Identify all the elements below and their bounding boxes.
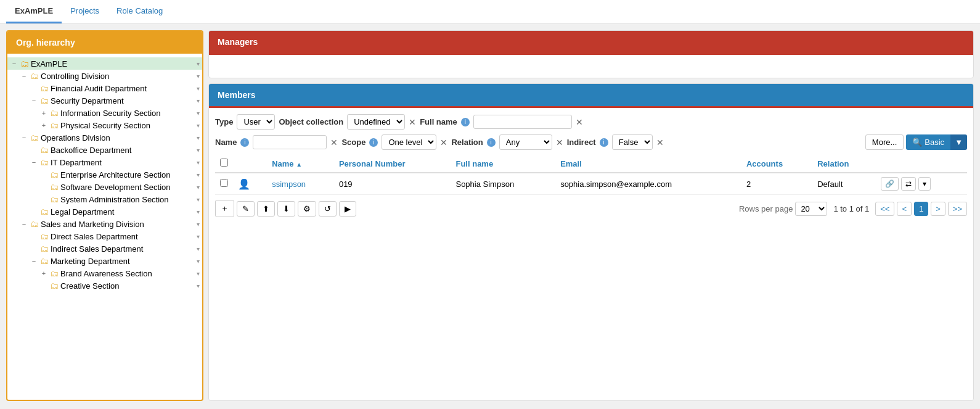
tree-arrow-cd[interactable]: ▾: [197, 73, 200, 80]
name-input[interactable]: [253, 135, 327, 149]
tree-toggle-smd[interactable]: −: [20, 220, 28, 228]
refresh-button[interactable]: ↺: [319, 201, 337, 217]
relation-select[interactable]: Any Default Manager: [499, 134, 552, 150]
tree-item-eas[interactable]: 🗂Enterprise Architecture Section▾: [7, 168, 202, 181]
tree-arrow-eas[interactable]: ▾: [197, 171, 200, 178]
tree-arrow-iss[interactable]: ▾: [197, 110, 200, 117]
search-button[interactable]: 🔍 Basic: [906, 134, 950, 150]
tree-item-smd[interactable]: −🗂Sales and Marketing Division▾: [7, 218, 202, 230]
tab-example[interactable]: ExAmPLE: [6, 0, 62, 23]
tree-item-sds[interactable]: 🗂Software Development Section▾: [7, 181, 202, 193]
tree-item-sas[interactable]: 🗂System Administration Section▾: [7, 193, 202, 205]
tree-arrow-bas[interactable]: ▾: [197, 270, 200, 277]
name-info[interactable]: i: [240, 138, 249, 147]
col-email[interactable]: Email: [555, 155, 741, 173]
scope-clear[interactable]: ✕: [440, 138, 447, 147]
more-button[interactable]: More...: [865, 134, 904, 150]
last-page-button[interactable]: >>: [948, 202, 967, 216]
tree-toggle-md[interactable]: −: [30, 257, 38, 265]
tree-item-cs[interactable]: 🗂Creative Section▾: [7, 279, 202, 292]
tab-role-catalog[interactable]: Role Catalog: [108, 0, 171, 23]
first-page-button[interactable]: <<: [875, 202, 894, 216]
col-full-name[interactable]: Full name: [451, 155, 555, 173]
upload-button[interactable]: ⬆: [257, 201, 275, 217]
tree-arrow-ld[interactable]: ▾: [197, 209, 200, 215]
tree-item-fad[interactable]: 🗂Financial Audit Department▾: [7, 82, 202, 94]
row-link-button[interactable]: 🔗: [881, 177, 899, 191]
tree-arrow-sds[interactable]: ▾: [197, 184, 200, 191]
relation-clear[interactable]: ✕: [556, 138, 563, 147]
tree-toggle-root[interactable]: −: [10, 60, 18, 67]
row-checkbox-cell[interactable]: [215, 173, 233, 195]
tree-item-pss[interactable]: +🗂Physical Security Section▾: [7, 119, 202, 131]
tree-item-md[interactable]: −🗂Marketing Department▾: [7, 255, 202, 267]
tree-arrow-fad[interactable]: ▾: [197, 85, 200, 92]
tree-arrow-pss[interactable]: ▾: [197, 122, 200, 129]
tree-toggle-od[interactable]: −: [20, 134, 28, 141]
col-name[interactable]: Name ▲: [267, 155, 334, 173]
tree-arrow-md[interactable]: ▾: [197, 258, 200, 265]
username-link[interactable]: ssimpson: [272, 180, 306, 189]
tree-arrow-isd[interactable]: ▾: [197, 246, 200, 252]
tree-item-root[interactable]: −🗂ExAmPLE▾: [7, 57, 202, 70]
tree-toggle-bas[interactable]: +: [39, 270, 48, 277]
download-button[interactable]: ⬇: [277, 201, 295, 217]
tree-item-dsd[interactable]: 🗂Direct Sales Department▾: [7, 230, 202, 242]
rows-per-page-select[interactable]: 20 50 100: [795, 202, 827, 216]
tree-item-iss[interactable]: +🗂Information Security Section▾: [7, 107, 202, 119]
indirect-info[interactable]: i: [600, 138, 608, 147]
tree-item-sd[interactable]: −🗂Security Department▾: [7, 94, 202, 107]
indirect-clear[interactable]: ✕: [656, 138, 664, 147]
tree-arrow-smd[interactable]: ▾: [197, 221, 200, 228]
tree-toggle-iss[interactable]: +: [39, 109, 48, 117]
tree-toggle-cd[interactable]: −: [20, 72, 28, 80]
tree-item-od[interactable]: −🗂Operations Division▾: [7, 131, 202, 144]
edit-button[interactable]: ✎: [237, 201, 255, 217]
tree-toggle-pss[interactable]: +: [39, 122, 48, 129]
select-all-header[interactable]: [215, 155, 233, 173]
name-clear[interactable]: ✕: [330, 138, 338, 147]
full-name-info[interactable]: i: [461, 118, 470, 126]
tree-arrow-sd[interactable]: ▾: [197, 97, 200, 104]
tree-item-isd[interactable]: 🗂Indirect Sales Department▾: [7, 242, 202, 255]
tree-arrow-cs[interactable]: ▾: [197, 283, 200, 289]
search-dropdown-button[interactable]: ▼: [950, 134, 967, 150]
settings-button[interactable]: ⚙: [298, 201, 316, 217]
full-name-input[interactable]: [473, 115, 572, 129]
tree-label-eas: Enterprise Architecture Section: [60, 170, 194, 180]
full-name-clear[interactable]: ✕: [576, 117, 583, 127]
tree-item-itd[interactable]: −🗂IT Department▾: [7, 156, 202, 168]
col-relation[interactable]: Relation: [812, 155, 876, 173]
row-checkbox[interactable]: [220, 179, 228, 187]
tree-item-ld[interactable]: 🗂Legal Department▾: [7, 205, 202, 218]
select-all-checkbox[interactable]: [220, 159, 228, 167]
next-page-button[interactable]: >: [931, 202, 945, 216]
type-select[interactable]: User Role Org: [237, 114, 275, 130]
tree-arrow-itd[interactable]: ▾: [197, 159, 200, 166]
col-accounts[interactable]: Accounts: [741, 155, 812, 173]
tree-arrow-sas[interactable]: ▾: [197, 196, 200, 203]
tree-toggle-sd[interactable]: −: [30, 97, 38, 104]
row-swap-button[interactable]: ⇄: [901, 177, 916, 191]
tree-arrow-bd[interactable]: ▾: [197, 147, 200, 154]
tree-item-bd[interactable]: 🗂Backoffice Department▾: [7, 144, 202, 156]
tab-projects[interactable]: Projects: [62, 0, 108, 23]
add-button[interactable]: ＋: [215, 200, 234, 217]
scope-select[interactable]: One level All levels: [382, 134, 436, 150]
object-collection-clear[interactable]: ✕: [409, 117, 416, 127]
tree-item-bas[interactable]: +🗂Brand Awareness Section▾: [7, 267, 202, 279]
row-dropdown-button[interactable]: ▾: [918, 177, 931, 191]
indirect-select[interactable]: False True: [612, 134, 653, 150]
tree-arrow-dsd[interactable]: ▾: [197, 233, 200, 240]
scope-info[interactable]: i: [369, 138, 378, 147]
current-page-button[interactable]: 1: [914, 202, 928, 216]
object-collection-select[interactable]: Undefined All: [347, 114, 405, 130]
play-button[interactable]: ▶: [339, 201, 356, 217]
tree-arrow-od[interactable]: ▾: [197, 134, 200, 141]
relation-info[interactable]: i: [487, 138, 496, 147]
tree-item-cd[interactable]: −🗂Controlling Division▾: [7, 70, 202, 82]
col-personal-number[interactable]: Personal Number: [334, 155, 451, 173]
tree-toggle-itd[interactable]: −: [30, 159, 38, 166]
tree-arrow-root[interactable]: ▾: [197, 60, 200, 67]
prev-page-button[interactable]: <: [897, 202, 912, 216]
